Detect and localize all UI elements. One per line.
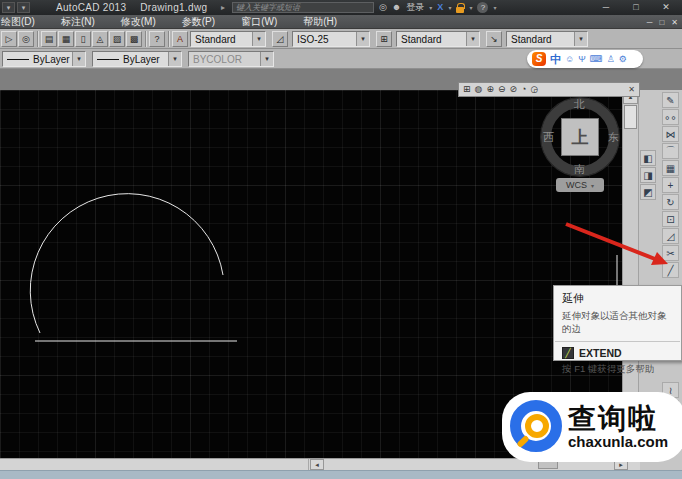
- chevron-down-icon[interactable]: ▾: [493, 4, 496, 11]
- scroll-left-button[interactable]: ◂: [310, 459, 324, 470]
- lineweight-combo[interactable]: ByLayer ▾: [2, 51, 86, 67]
- rotate-tool-button[interactable]: ↻: [662, 194, 679, 210]
- search-icon[interactable]: ◎: [379, 1, 387, 14]
- sphere-edit-icon[interactable]: ⊘: [510, 83, 518, 96]
- watermark-site-name: 查询啦: [568, 404, 668, 434]
- doc-close-button[interactable]: ✕: [671, 18, 678, 27]
- toolbar-separator: [37, 31, 38, 47]
- doc-minimize-button[interactable]: ─: [647, 18, 653, 27]
- user-icon[interactable]: ☻: [392, 1, 401, 14]
- close-icon[interactable]: ✕: [628, 85, 635, 94]
- viewcube-east-label[interactable]: 东: [608, 130, 619, 145]
- sphere-add-icon[interactable]: ⊕: [486, 83, 494, 96]
- group-grid-icon[interactable]: ⊞: [463, 83, 471, 96]
- exchange-apps-icon[interactable]: X: [437, 1, 443, 14]
- title-bar: ▾ ▾ AutoCAD 2013Drawing1.dwg ▸ ◎ ☻ 登录 ▾ …: [0, 0, 682, 15]
- menu-help[interactable]: 帮助(H): [290, 15, 350, 29]
- app-title: AutoCAD 2013: [56, 2, 126, 13]
- watermark-badge: 查询啦 chaxunla.com: [502, 392, 682, 462]
- keyboard-icon[interactable]: ⌨: [590, 54, 603, 64]
- draw-order-above-button[interactable]: ◩: [640, 184, 656, 200]
- sogou-logo-icon[interactable]: S: [532, 52, 546, 66]
- chevron-down-icon[interactable]: ▾: [72, 52, 85, 66]
- maximize-button[interactable]: □: [622, 0, 650, 14]
- menu-modify[interactable]: 修改(M): [108, 15, 169, 29]
- trim-tool-button[interactable]: ✂: [662, 245, 679, 261]
- infocenter-collapse-icon[interactable]: ▸: [221, 3, 225, 12]
- chevron-down-icon[interactable]: ▾: [356, 32, 369, 46]
- calculator-button[interactable]: ▩: [126, 31, 142, 47]
- tooltip-description: 延伸对象以适合其他对象的边: [554, 306, 681, 341]
- toolbar-separator: [168, 31, 169, 47]
- sphere-delete-icon[interactable]: ◶: [530, 83, 538, 96]
- extend-tool-button[interactable]: ╱: [662, 262, 679, 278]
- chevron-down-icon[interactable]: ▾: [469, 4, 472, 11]
- minimize-button[interactable]: ─: [592, 0, 620, 14]
- person-icon[interactable]: ♙: [607, 54, 615, 64]
- erase-tool-button[interactable]: ✎: [662, 92, 679, 108]
- select-tool-button[interactable]: ▷: [1, 31, 17, 47]
- watermark-site-domain: chaxunla.com: [568, 434, 668, 450]
- menu-draw[interactable]: 绘图(D): [0, 15, 48, 29]
- arc-entity[interactable]: [30, 194, 223, 333]
- quick-access-dropdown-icon[interactable]: ▾: [2, 2, 15, 13]
- text-style-icon: A: [172, 31, 188, 47]
- array-tool-button[interactable]: ▦: [662, 160, 679, 176]
- clipboard-button[interactable]: ▨: [109, 31, 125, 47]
- chevron-down-icon[interactable]: ▾: [429, 4, 432, 11]
- sheet-set-button[interactable]: ▯: [75, 31, 91, 47]
- signin-label[interactable]: 登录: [406, 1, 424, 14]
- scale-tool-button[interactable]: ⊡: [662, 211, 679, 227]
- mirror-tool-button[interactable]: ⋈: [662, 126, 679, 142]
- chevron-down-icon[interactable]: ▾: [574, 32, 587, 46]
- ime-mode-chinese[interactable]: 中: [550, 52, 561, 67]
- help-icon[interactable]: ?: [477, 2, 488, 13]
- settings-gear-icon[interactable]: ⚙: [619, 54, 627, 64]
- vertical-scroll-thumb[interactable]: [624, 105, 637, 129]
- lock-icon[interactable]: [456, 7, 464, 13]
- zoom-tool-button[interactable]: ◎: [18, 31, 34, 47]
- chevron-down-icon[interactable]: ▾: [252, 32, 265, 46]
- chevron-down-icon: ▾: [591, 182, 594, 189]
- sphere-remove-icon[interactable]: ⊖: [498, 83, 506, 96]
- search-input[interactable]: [232, 2, 374, 13]
- draw-order-front-button[interactable]: ◧: [640, 150, 656, 166]
- mleader-style-combo[interactable]: Standard ▾: [506, 31, 588, 47]
- plot-style-combo: BYCOLOR ▾: [188, 51, 274, 67]
- sphere-view-icon[interactable]: ◔: [521, 83, 526, 96]
- draw-order-back-button[interactable]: ◨: [640, 167, 656, 183]
- help-button[interactable]: ?: [149, 31, 165, 47]
- viewcube-west-label[interactable]: 西: [543, 130, 554, 145]
- microphone-icon[interactable]: Ψ: [578, 54, 586, 64]
- table-style-combo[interactable]: Standard ▾: [396, 31, 480, 47]
- menu-window[interactable]: 窗口(W): [228, 15, 290, 29]
- offset-tool-button[interactable]: ⌒: [662, 143, 679, 159]
- dim-style-combo[interactable]: ISO-25 ▾: [292, 31, 370, 47]
- layer-states-button[interactable]: ▦: [58, 31, 74, 47]
- linetype-combo[interactable]: ByLayer ▾: [92, 51, 182, 67]
- viewcube-north-label[interactable]: 北: [574, 97, 585, 112]
- viewcube-top-face[interactable]: 上: [561, 118, 599, 156]
- sphere-icon[interactable]: ◍: [475, 83, 483, 96]
- bottom-bar: [0, 470, 682, 479]
- menu-parametric[interactable]: 参数(P): [169, 15, 228, 29]
- emoji-icon[interactable]: ☺: [565, 54, 574, 64]
- tooltip-command: EXTEND: [579, 347, 622, 359]
- close-button[interactable]: ✕: [652, 0, 680, 14]
- move-tool-button[interactable]: +: [662, 177, 679, 193]
- copy-tool-button[interactable]: ∘∘: [662, 109, 679, 125]
- tool-palettes-button[interactable]: ◬: [92, 31, 108, 47]
- menu-dimension[interactable]: 标注(N): [48, 15, 108, 29]
- wcs-selector[interactable]: WCS ▾: [556, 178, 604, 192]
- lineweight-preview: [7, 59, 29, 60]
- doc-restore-button[interactable]: □: [659, 18, 664, 27]
- layer-properties-button[interactable]: ▤: [41, 31, 57, 47]
- chevron-down-icon[interactable]: ▾: [448, 4, 451, 11]
- floating-toolbar: ⊞ ◍ ⊕ ⊖ ⊘ ◔ ◶ ✕: [458, 82, 640, 97]
- viewcube-south-label[interactable]: 南: [574, 162, 585, 177]
- stretch-tool-button[interactable]: ◿: [662, 228, 679, 244]
- chevron-down-icon[interactable]: ▾: [466, 32, 479, 46]
- chevron-down-icon[interactable]: ▾: [168, 52, 181, 66]
- quick-access-dropdown-icon-2[interactable]: ▾: [17, 2, 30, 13]
- text-style-combo[interactable]: Standard ▾: [190, 31, 266, 47]
